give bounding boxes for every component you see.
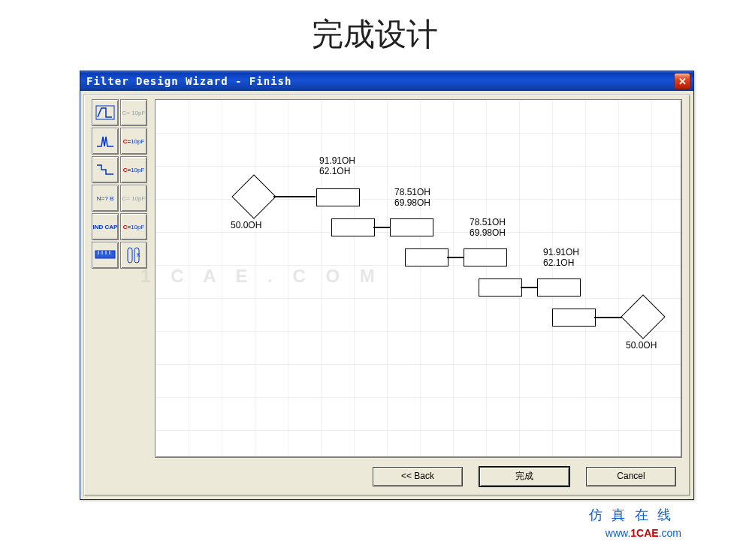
stage2-label: 78.51OH 69.98OH bbox=[394, 187, 430, 208]
brand-text-cn: 仿 真 在 线 bbox=[589, 506, 675, 524]
tool-response[interactable] bbox=[92, 99, 119, 126]
finish-button[interactable]: 完成 bbox=[479, 467, 569, 486]
tool-stairs[interactable] bbox=[92, 156, 119, 183]
ruler-icon bbox=[95, 250, 116, 260]
client-area: C= 10pF C=10pF C=10pF N=? B C= 10pF IND … bbox=[83, 94, 690, 496]
stage4-label: 91.91OH 62.1OH bbox=[543, 247, 579, 268]
stage3-rect-b bbox=[479, 278, 522, 297]
page-title: 完成设计 bbox=[0, 14, 749, 56]
stage3-label: 78.51OH 69.98OH bbox=[470, 217, 506, 238]
svg-text:K: K bbox=[137, 252, 140, 257]
titlebar: Filter Design Wizard - Finish ✕ bbox=[80, 71, 693, 91]
port-in bbox=[231, 174, 276, 218]
wire bbox=[521, 287, 537, 288]
tool-cap-4[interactable]: C= 10pF bbox=[120, 185, 147, 212]
response-icon bbox=[95, 105, 115, 120]
toolbox: C= 10pF C=10pF C=10pF N=? B C= 10pF IND … bbox=[92, 99, 149, 269]
schematic-canvas[interactable]: 1 C A E . C O M 50.0OH 91.91OH 62.1OH 78… bbox=[155, 99, 682, 458]
tool-cap-2[interactable]: C=10pF bbox=[120, 128, 147, 155]
wire bbox=[373, 227, 390, 228]
stage1-rect-b bbox=[331, 218, 375, 236]
tool-cap-5[interactable]: C=10pF bbox=[120, 213, 147, 240]
stage2-rect-a bbox=[390, 218, 433, 236]
watermark: 1 C A E . C O M bbox=[140, 266, 382, 287]
stage2-rect-b bbox=[405, 248, 448, 266]
port-out-label: 50.0OH bbox=[626, 340, 657, 351]
stage1-label: 91.91OH 62.1OH bbox=[319, 155, 355, 176]
wizard-button-row: << Back 完成 Cancel bbox=[373, 467, 676, 486]
tool-cap-1[interactable]: C= 10pF bbox=[120, 99, 147, 126]
brand-url: www.1CAE.com bbox=[606, 527, 681, 539]
stage1-rect-a bbox=[316, 188, 360, 206]
svg-rect-6 bbox=[128, 248, 132, 263]
stairs-icon bbox=[95, 162, 115, 177]
port-in-label: 50.0OH bbox=[231, 220, 261, 230]
tool-cap-3[interactable]: C=10pF bbox=[120, 156, 147, 183]
close-button[interactable]: ✕ bbox=[674, 73, 690, 89]
tool-impulse[interactable] bbox=[92, 128, 119, 155]
stage4-rect-b bbox=[552, 309, 596, 327]
wire bbox=[447, 257, 464, 258]
tool-ruler[interactable] bbox=[92, 242, 119, 269]
port-out bbox=[621, 294, 665, 339]
close-icon: ✕ bbox=[678, 76, 687, 87]
stage4-rect-a bbox=[537, 278, 581, 297]
cancel-button[interactable]: Cancel bbox=[586, 467, 676, 486]
stage3-rect-a bbox=[464, 248, 507, 266]
tubes-icon: K bbox=[125, 246, 142, 264]
tool-order[interactable]: N=? B bbox=[92, 185, 119, 212]
back-button[interactable]: << Back bbox=[373, 467, 463, 486]
window-title: Filter Design Wizard - Finish bbox=[86, 75, 291, 87]
tool-tubes[interactable]: K bbox=[120, 242, 147, 269]
tool-indcap[interactable]: IND CAP bbox=[92, 213, 119, 240]
wizard-window: Filter Design Wizard - Finish ✕ C= 10pF … bbox=[80, 71, 694, 500]
wire bbox=[273, 196, 316, 197]
impulse-icon bbox=[95, 134, 115, 149]
